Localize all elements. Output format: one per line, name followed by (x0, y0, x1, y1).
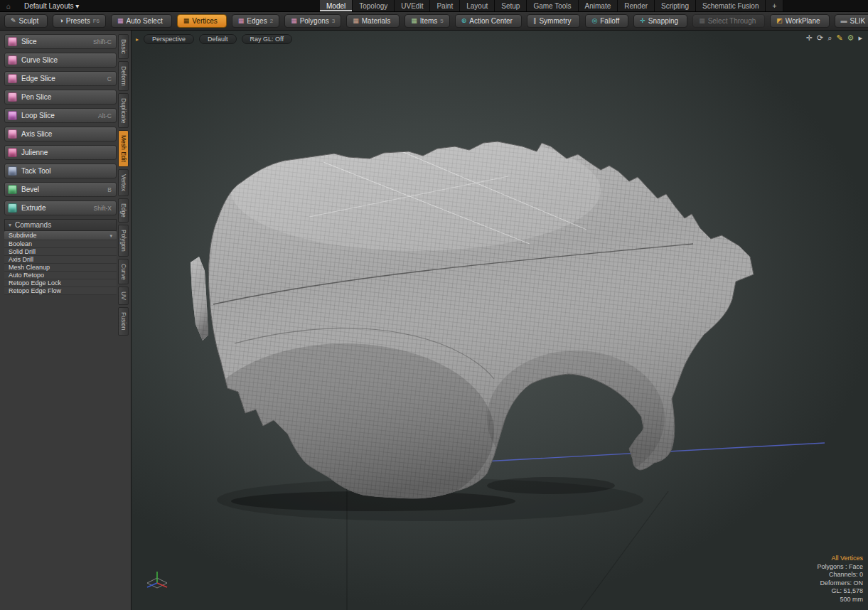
tool-shortcut: Alt-C (98, 112, 112, 119)
tool-label: Pen Slice (21, 93, 51, 101)
toolbar-button-icon: ◑ (59, 18, 63, 24)
tool-item[interactable]: Axis Slice (4, 127, 117, 141)
3d-viewport[interactable]: ▸ Perspective Default Ray GL: Off (132, 31, 868, 610)
tool-cube-icon (8, 37, 17, 46)
menu-tab[interactable]: Setup (495, 0, 527, 11)
toolbar-button-label: Presets (66, 17, 90, 25)
toolbar-button[interactable]: ▬ SLIK (835, 14, 868, 28)
tool-item[interactable]: Loop Slice Alt-C (4, 108, 117, 123)
sidebar-category-tab[interactable]: Curve (118, 259, 129, 285)
command-label: Retopo Edge Flow (9, 287, 61, 295)
toolbar-button[interactable]: ◑ Presets F6 (53, 14, 106, 28)
toolbar-button[interactable]: ▦ Materials (346, 14, 400, 28)
toolbar-button[interactable]: ▦ Polygons 3 (284, 14, 341, 28)
menu-tab-label: Model (326, 2, 345, 10)
sidebar-category-tab[interactable]: Basic (118, 34, 129, 59)
toolbar-button-shortcut: 3 (332, 18, 335, 24)
toolbar-button-icon: ✎ (11, 18, 16, 24)
toolbar-button[interactable]: ▦ Auto Select (111, 14, 172, 28)
menu-tab[interactable]: Model (320, 0, 353, 11)
viewport-nav-icon[interactable]: ⌕ (827, 33, 832, 43)
viewport-control-button[interactable]: Perspective (144, 34, 194, 44)
sidebar-category-tab-label: UV (119, 291, 127, 300)
command-item[interactable]: Retopo Edge Flow (4, 287, 117, 295)
tool-item[interactable]: Curve Slice (4, 53, 117, 68)
sidebar-category-tab-label: Polygon (119, 230, 127, 252)
tool-item[interactable]: Edge Slice C (4, 71, 117, 86)
tool-item[interactable]: Tack Tool (4, 164, 117, 178)
menu-tab[interactable]: Schematic Fusion (696, 0, 766, 11)
command-item[interactable]: Mesh Cleanup (4, 264, 117, 272)
menu-tab[interactable]: Scripting (655, 0, 696, 11)
viewport-control-button[interactable]: Default (199, 34, 237, 44)
menu-tab-label: Scripting (661, 2, 689, 10)
viewport-canvas[interactable] (132, 31, 868, 610)
tool-item[interactable]: Extrude Shift-X (4, 200, 117, 215)
menu-tab[interactable]: + (766, 0, 783, 11)
toolbar-button-icon: ▦ (411, 18, 417, 24)
menu-tab[interactable]: Topology (353, 0, 395, 11)
sidebar-category-tab[interactable]: Fusion (118, 307, 129, 336)
home-icon[interactable]: ⌂ (0, 0, 17, 11)
command-item[interactable]: Subdivide ▾ (4, 231, 117, 240)
toolbar-button[interactable]: ✛ Snapping (633, 14, 687, 28)
sidebar-category-tab[interactable]: Vertex (118, 169, 129, 196)
command-item[interactable]: Retopo Edge Lock (4, 279, 117, 287)
sidebar-category-tab[interactable]: Mesh Edit (118, 130, 129, 167)
toolbar-button[interactable]: ✎ Sculpt (4, 14, 48, 28)
toolbar-button[interactable]: ▦ Vertices (177, 14, 227, 28)
menu-tab[interactable]: Layout (460, 0, 495, 11)
toolbar-button[interactable]: ◩ WorkPlane (770, 14, 829, 28)
toolbar-button[interactable]: ▦ Items 5 (404, 14, 449, 28)
toolbar-button[interactable]: ◎ Falloff (585, 14, 628, 28)
toolbar-button[interactable]: ⊕ Action Center (455, 14, 522, 28)
sidebar-category-tab[interactable]: Duplicate (118, 93, 129, 128)
sidebar-category-tab-label: Vertex (119, 174, 127, 191)
tool-item[interactable]: Bevel B (4, 182, 117, 197)
commands-header[interactable]: ▾ Commands (4, 219, 117, 231)
toolbar-button-icon: ▦ (291, 18, 297, 24)
viewport-nav-icon[interactable]: ⟳ (817, 33, 823, 43)
menu-tab[interactable]: Paint (430, 0, 460, 11)
menu-tab-label: Setup (501, 2, 520, 10)
viewport-nav-icon[interactable]: ✎ (836, 33, 842, 43)
tool-shortcut: C (107, 75, 112, 82)
command-item[interactable]: Axis Drill (4, 256, 117, 264)
tool-shortcut: Shift-C (93, 38, 112, 46)
menu-tab[interactable]: Render (618, 0, 655, 11)
sidebar-category-tab[interactable]: Polygon (118, 225, 129, 257)
shading (487, 351, 665, 486)
viewport-control-label: Default (208, 36, 228, 43)
toolbar-button-label: Symmetry (539, 17, 571, 25)
toolbar-button[interactable]: ∥ Symmetry (527, 14, 581, 28)
command-item[interactable]: Solid Drill (4, 248, 117, 256)
menu-tab[interactable]: Game Tools (527, 0, 578, 11)
viewport-nav-icon[interactable]: ▸ (858, 33, 862, 43)
menu-tab[interactable]: Animate (579, 0, 618, 11)
viewport-status-info: All Vertices Polygons : Face Channels: 0… (817, 555, 863, 604)
tool-sidebar: Slice Shift-C Curve Slice Edge Slice C (0, 31, 132, 610)
layouts-dropdown[interactable]: Default Layouts ▾ (17, 0, 86, 11)
tool-item[interactable]: Julienne (4, 145, 117, 160)
menu-tab[interactable]: UVEdit (395, 0, 430, 11)
sidebar-category-tab[interactable]: UV (118, 287, 129, 305)
tool-label: Curve Slice (21, 56, 58, 64)
viewport-nav-icon[interactable]: ✛ (806, 33, 813, 43)
sidebar-category-tab[interactable]: Deform (118, 61, 129, 91)
viewport-control-button[interactable]: Ray GL: Off (242, 34, 292, 44)
viewport-menu-arrow-icon[interactable]: ▸ (136, 36, 139, 43)
viewport-nav-icon[interactable]: ⚙ (847, 33, 854, 43)
command-item[interactable]: Auto Retopo (4, 272, 117, 279)
toolbar-button[interactable]: ▦ Edges 2 (232, 14, 279, 28)
viewport-control-label: Ray GL: Off (250, 36, 284, 43)
sidebar-category-tab[interactable]: Edge (118, 198, 129, 223)
command-item[interactable]: Boolean (4, 240, 117, 248)
command-label: Boolean (9, 240, 32, 248)
tool-item[interactable]: Slice Shift-C (4, 34, 117, 49)
toolbar-button-label: WorkPlane (786, 17, 820, 25)
toolbar-button[interactable]: ▦ Select Through (692, 14, 765, 28)
command-label: Axis Drill (9, 256, 33, 264)
menu-tab-label: UVEdit (401, 2, 423, 10)
tool-item[interactable]: Pen Slice (4, 90, 117, 105)
layout-tabs: Model Topology UVEdit Paint Layout (320, 0, 783, 11)
